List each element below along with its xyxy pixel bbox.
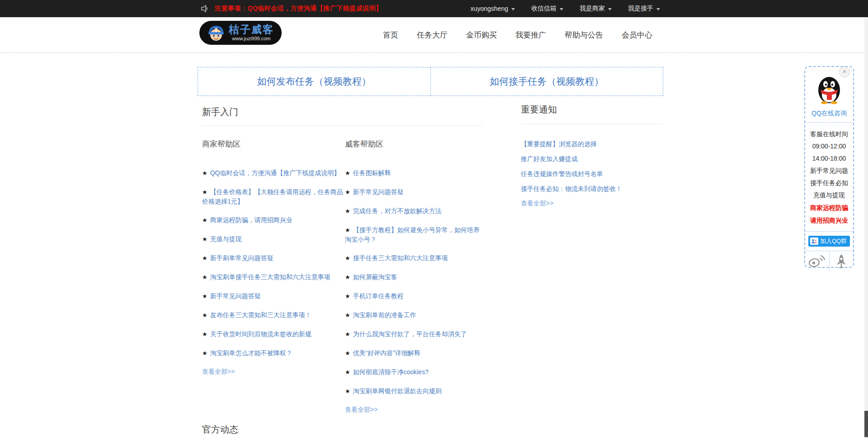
chevron-down-icon: [511, 8, 515, 10]
service-info-line: 充值与提现: [805, 189, 853, 201]
chevron-down-icon: [656, 8, 660, 10]
svg-text:T: T: [215, 27, 218, 33]
speaker-icon: [201, 5, 209, 13]
list-item: 【重要提醒】浏览器的选择: [521, 139, 663, 148]
site-logo[interactable]: T 桔子威客 www.juzi999.com: [199, 21, 282, 45]
star-icon: ★: [202, 255, 208, 262]
star-icon: ★: [202, 312, 208, 319]
notices-list: 【重要提醒】浏览器的选择 推广好友加入赚提成 任务违规操作警告或封号名单 接手任…: [521, 139, 663, 193]
topbar-menu[interactable]: xuyongsheng: [471, 5, 515, 12]
join-qq-group-button[interactable]: 加入QQ群: [808, 236, 850, 247]
topbar-menus: xuyongsheng 收信信箱 我是商家 我是接手: [471, 0, 660, 17]
scrollbar-track[interactable]: [864, 17, 868, 438]
nav-item[interactable]: 我要推广: [515, 30, 546, 40]
nav-item[interactable]: 首页: [383, 30, 398, 40]
topbar: 注意事项：QQ临时会话，方便沟通【推广下线提成说明】 xuyongsheng 收…: [0, 0, 868, 17]
scrollbar-thumb[interactable]: [864, 411, 868, 437]
list-item: ★新手刷单常见问题答疑: [202, 253, 346, 263]
service-hours-block: 客服在线时间09:00-12:0014:00-18:00新手常见问题接手任务必知…: [805, 123, 853, 232]
notices-title: 重要通知: [521, 104, 663, 116]
mascot-icon: T: [207, 24, 225, 43]
tutorial-row: 如何发布任务（视频教程） 如何接手任务（视频教程）: [198, 67, 663, 96]
service-warning-line: 商家远程防骗: [805, 201, 853, 214]
service-info-line: 14:00-18:00: [805, 152, 853, 165]
list-item: ★淘宝刷单前的准备工作: [345, 310, 485, 320]
merchant-help-column: 商家帮助区 ★QQ临时会话，方便沟通【推广下线提成说明】 ★【任务价格表】【大额…: [202, 139, 346, 376]
star-icon: ★: [202, 331, 208, 338]
star-icon: ★: [345, 331, 350, 338]
list-item: ★【任务价格表】【大额任务请用远程，任务商品价格选择1元】: [202, 187, 346, 206]
close-icon[interactable]: ×: [839, 67, 850, 77]
list-item: ★淘宝刷单怎么才能不被降权？: [202, 348, 346, 358]
merchant-help-list: ★QQ临时会话，方便沟通【推广下线提成说明】 ★【任务价格表】【大额任务请用远程…: [202, 168, 346, 358]
list-item: ★【接手方教程】如何避免小号异常，如何培养淘宝小号？: [345, 225, 485, 244]
star-icon: ★: [345, 369, 350, 376]
star-icon: ★: [345, 312, 350, 319]
topbar-menu[interactable]: 收信信箱: [531, 5, 563, 13]
nav-item[interactable]: 金币购买: [466, 30, 497, 40]
star-icon: ★: [202, 217, 208, 224]
merchant-help-title: 商家帮助区: [202, 139, 346, 149]
notices-view-all-link[interactable]: 查看全部>>: [521, 200, 553, 208]
list-item: ★完成任务，对方不放款解决方法: [345, 206, 485, 216]
publish-tutorial-link[interactable]: 如何发布任务（视频教程）: [198, 67, 431, 96]
list-item: ★充值与提现: [202, 234, 346, 244]
star-icon: ★: [202, 274, 208, 281]
star-icon: ★: [345, 350, 350, 357]
list-item: ★如何彻底清除干净cookies?: [345, 367, 485, 377]
star-icon: ★: [202, 236, 208, 243]
nav-item[interactable]: 会员中心: [622, 30, 652, 40]
divider: [521, 124, 663, 124]
header: T 桔子威客 www.juzi999.com 首页 任务大厅 金币购买 我要推广: [0, 17, 868, 53]
list-item: ★手机订单任务教程: [345, 291, 485, 301]
group-avatars-icon: [810, 238, 818, 245]
list-item: ★商家远程防骗，请用招商兴业: [202, 215, 346, 225]
qq-consult-link[interactable]: QQ在线咨询: [811, 110, 847, 118]
list-item: 接手任务必知：物流未到请勿签收！: [521, 184, 663, 193]
star-icon: ★: [345, 189, 350, 195]
chevron-down-icon: [608, 8, 612, 10]
nav-item[interactable]: 任务大厅: [417, 30, 448, 40]
qq-penguin-icon[interactable]: [815, 75, 843, 104]
witkey-help-title: 威客帮助区: [345, 139, 485, 149]
rocket-icon[interactable]: [829, 251, 854, 271]
service-info-line: 接手任务必知: [805, 177, 853, 189]
divider: [202, 125, 483, 126]
official-news-title: 官方动态: [202, 424, 238, 436]
list-item: 推广好友加入赚提成: [521, 154, 663, 163]
star-icon: ★: [345, 170, 350, 176]
witkey-view-all-link[interactable]: 查看全部>>: [345, 406, 377, 414]
list-item: ★如何屏蔽淘宝客: [345, 272, 485, 282]
topbar-menu[interactable]: 我是接手: [628, 5, 660, 13]
accept-tutorial-link[interactable]: 如何接手任务（视频教程）: [430, 67, 664, 96]
newbie-section-title: 新手入门: [202, 106, 238, 118]
merchant-view-all-link[interactable]: 查看全部>>: [202, 368, 235, 376]
star-icon: ★: [345, 388, 350, 395]
list-item: ★QQ临时会话，方便沟通【推广下线提成说明】: [202, 168, 346, 178]
star-icon: ★: [345, 255, 350, 262]
star-icon: ★: [345, 274, 350, 281]
star-icon: ★: [202, 170, 208, 176]
notice-ticker[interactable]: 注意事项：QQ临时会话，方便沟通【推广下线提成说明】: [215, 5, 382, 13]
site-url: www.juzi999.com: [232, 36, 271, 41]
service-warning-line: 请用招商兴业: [805, 214, 853, 227]
page: 注意事项：QQ临时会话，方便沟通【推广下线提成说明】 xuyongsheng 收…: [0, 0, 868, 438]
star-icon: ★: [345, 227, 350, 233]
service-info-line: 新手常见问题: [805, 165, 853, 177]
list-item: ★新手常见问题答疑: [202, 291, 346, 301]
site-title: 桔子威客: [229, 24, 274, 35]
list-item: 任务违规操作警告或封号名单: [521, 169, 663, 178]
star-icon: ★: [202, 350, 208, 357]
star-icon: ★: [345, 208, 350, 214]
list-item: ★淘宝刷单接手任务三大需知和六大注意事项: [202, 272, 346, 282]
weibo-icon[interactable]: [805, 251, 829, 271]
list-item: ★接手任务三大需知和六大注意事项: [345, 253, 485, 263]
nav-item[interactable]: 帮助与公告: [565, 30, 603, 40]
witkey-help-list: ★任务图标解释 ★新手常见问题答疑 ★完成任务，对方不放款解决方法 ★【接手方教…: [345, 168, 485, 396]
topbar-menu[interactable]: 我是商家: [580, 5, 612, 13]
main-nav: 首页 任务大厅 金币购买 我要推广 帮助与公告 会员中心: [383, 17, 652, 53]
list-item: ★新手常见问题答疑: [345, 187, 485, 197]
list-item: ★优美“好评内容”详细解释: [345, 348, 485, 358]
list-item: ★发布任务三大需知和三大注意事项！: [202, 310, 346, 320]
witkey-help-column: 威客帮助区 ★任务图标解释 ★新手常见问题答疑 ★完成任务，对方不放款解决方法 …: [345, 139, 485, 414]
